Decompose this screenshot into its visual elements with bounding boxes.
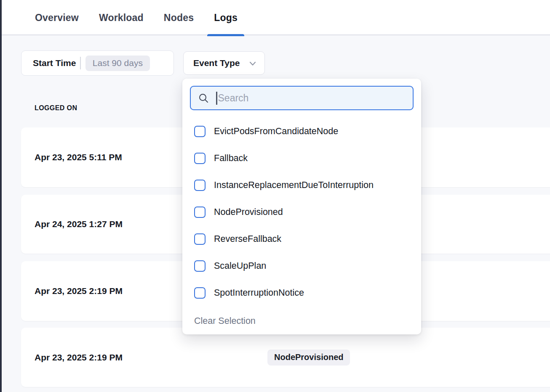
event-type-dropdown-panel: EvictPodsFromCandidateNode Fallback Inst… — [182, 79, 421, 334]
dropdown-search-field[interactable] — [190, 86, 414, 110]
option-label: EvictPodsFromCandidateNode — [214, 126, 338, 137]
tab-nodes-label: Nodes — [164, 12, 194, 24]
event-type-filter-label: Event Type — [193, 58, 240, 68]
search-icon — [198, 93, 209, 104]
tab-overview[interactable]: Overview — [35, 0, 79, 35]
clear-selection-button[interactable]: Clear Selection — [194, 313, 256, 329]
option-fallback[interactable]: Fallback — [182, 145, 421, 172]
app-window-edge — [0, 0, 2, 392]
column-header-logged-on: LOGGED ON — [35, 104, 77, 112]
search-input[interactable] — [218, 93, 395, 104]
checkbox-unchecked[interactable] — [194, 287, 206, 299]
option-label: SpotInterruptionNotice — [214, 288, 304, 298]
tab-overview-label: Overview — [35, 12, 79, 24]
option-scaleupplan[interactable]: ScaleUpPlan — [182, 252, 421, 279]
tab-logs-label: Logs — [214, 12, 238, 24]
option-label: InstanceReplacementDueToInterruption — [214, 180, 374, 191]
tab-nodes[interactable]: Nodes — [164, 0, 194, 35]
text-caret — [216, 92, 217, 105]
option-label: ScaleUpPlan — [214, 261, 266, 271]
event-type-option-list: EvictPodsFromCandidateNode Fallback Inst… — [182, 118, 421, 306]
active-tab-indicator — [207, 34, 244, 36]
tab-workload[interactable]: Workload — [99, 0, 144, 35]
option-nodeprovisioned[interactable]: NodeProvisioned — [182, 199, 421, 225]
log-row-timestamp: Apr 24, 2025 1:27 PM — [35, 219, 123, 229]
chevron-down-icon — [248, 59, 257, 68]
option-label: Fallback — [214, 153, 248, 164]
checkbox-unchecked[interactable] — [194, 153, 206, 164]
start-time-filter-value[interactable]: Last 90 days — [85, 56, 150, 71]
option-label: ReverseFallback — [214, 234, 281, 244]
log-row-timestamp: Apr 23, 2025 5:11 PM — [35, 152, 122, 162]
tab-logs[interactable]: Logs — [214, 0, 238, 35]
tab-workload-label: Workload — [99, 12, 144, 24]
checkbox-unchecked[interactable] — [194, 126, 206, 137]
checkbox-unchecked[interactable] — [194, 260, 206, 272]
option-spotinterruptionnotice[interactable]: SpotInterruptionNotice — [182, 279, 421, 306]
log-row-timestamp: Apr 23, 2025 2:19 PM — [35, 352, 123, 363]
tab-bar: Overview Workload Nodes Logs — [2, 0, 550, 35]
start-time-filter-label: Start Time — [33, 58, 76, 68]
option-reversefallback[interactable]: ReverseFallback — [182, 225, 421, 252]
event-type-filter-button[interactable]: Event Type — [183, 51, 265, 75]
checkbox-unchecked[interactable] — [194, 233, 206, 245]
log-row[interactable]: Apr 23, 2025 2:19 PM NodeProvisioned — [21, 328, 550, 387]
log-row-timestamp: Apr 23, 2025 2:19 PM — [35, 286, 123, 296]
checkbox-unchecked[interactable] — [194, 180, 206, 191]
option-label: NodeProvisioned — [214, 207, 283, 217]
start-time-filter[interactable]: Start Time Last 90 days — [21, 50, 174, 76]
option-evictpodsfromcandidatenode[interactable]: EvictPodsFromCandidateNode — [182, 118, 421, 145]
filter-divider — [80, 57, 81, 69]
option-instancereplacementduetointerruption[interactable]: InstanceReplacementDueToInterruption — [182, 172, 421, 199]
event-type-badge: NodeProvisioned — [267, 350, 350, 366]
checkbox-unchecked[interactable] — [194, 207, 206, 218]
